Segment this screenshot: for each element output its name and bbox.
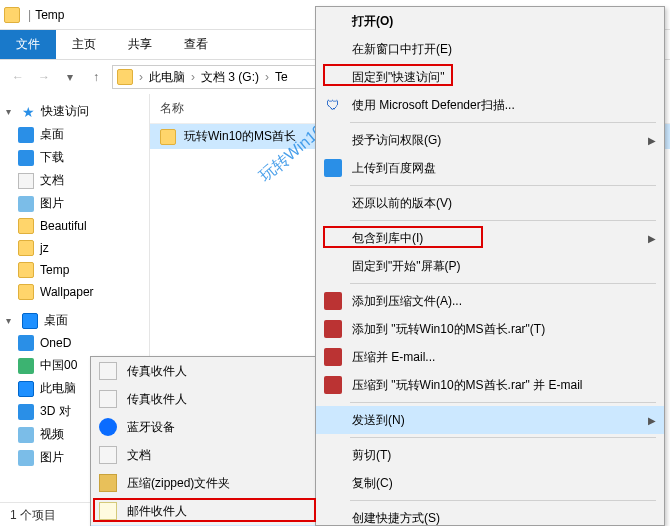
menu-separator xyxy=(350,185,656,186)
cloud-icon xyxy=(18,335,34,351)
folder-icon xyxy=(160,129,176,145)
video-icon xyxy=(18,427,34,443)
chevron-right-icon: › xyxy=(263,70,271,84)
document-icon xyxy=(18,173,34,189)
menu-compress-email[interactable]: 压缩并 E-mail... xyxy=(316,343,664,371)
sidebar-item-beautiful[interactable]: Beautiful xyxy=(0,215,149,237)
menu-send-to[interactable]: 发送到(N)▶ xyxy=(316,406,664,434)
nav-up-button[interactable]: ↑ xyxy=(86,67,106,87)
sendto-submenu: 传真收件人 传真收件人 蓝牙设备 文档 压缩(zipped)文件夹 邮件收件人 … xyxy=(90,356,320,526)
cube-icon xyxy=(18,404,34,420)
breadcrumb-root[interactable]: 此电脑 xyxy=(145,69,189,86)
pc-icon xyxy=(18,381,34,397)
menu-separator xyxy=(350,283,656,284)
folder-icon xyxy=(4,7,20,23)
picture-icon xyxy=(18,196,34,212)
sidebar-item-desktop[interactable]: 桌面 xyxy=(0,123,149,146)
chevron-right-icon: ▶ xyxy=(648,233,656,244)
tab-view[interactable]: 查看 xyxy=(168,30,224,59)
picture-icon xyxy=(18,450,34,466)
rar-icon xyxy=(324,320,342,338)
menu-upload-baidu[interactable]: 上传到百度网盘 xyxy=(316,154,664,182)
window-title: Temp xyxy=(35,8,64,22)
sidebar-item-downloads[interactable]: 下载 xyxy=(0,146,149,169)
menu-create-shortcut[interactable]: 创建快捷方式(S) xyxy=(316,504,664,526)
menu-separator xyxy=(350,122,656,123)
menu-compress-named-email[interactable]: 压缩到 "玩转Win10的MS酋长.rar" 并 E-mail xyxy=(316,371,664,399)
menu-grant-access[interactable]: 授予访问权限(G)▶ xyxy=(316,126,664,154)
chevron-right-icon: › xyxy=(137,70,145,84)
folder-icon xyxy=(117,69,133,85)
menu-fax-recipient[interactable]: 传真收件人 xyxy=(91,357,319,385)
sidebar-desktop-header[interactable]: ▾ 桌面 xyxy=(0,309,149,332)
nav-forward-button[interactable]: → xyxy=(34,67,54,87)
menu-add-archive[interactable]: 添加到压缩文件(A)... xyxy=(316,287,664,315)
chevron-right-icon: ▶ xyxy=(648,415,656,426)
menu-separator xyxy=(350,402,656,403)
breadcrumb-drive[interactable]: 文档 3 (G:) xyxy=(197,69,263,86)
nav-back-button[interactable]: ← xyxy=(8,67,28,87)
desktop-icon xyxy=(18,127,34,143)
sidebar-item-label: 快速访问 xyxy=(41,103,89,120)
sidebar-item-wallpaper[interactable]: Wallpaper xyxy=(0,281,149,303)
star-icon: ★ xyxy=(22,104,35,120)
sidebar-item-temp[interactable]: Temp xyxy=(0,259,149,281)
folder-icon xyxy=(18,240,34,256)
menu-pin-start[interactable]: 固定到"开始"屏幕(P) xyxy=(316,252,664,280)
rar-icon xyxy=(324,292,342,310)
sidebar-item-documents[interactable]: 文档 xyxy=(0,169,149,192)
monitor-icon xyxy=(22,313,38,329)
bluetooth-icon xyxy=(99,418,117,436)
menu-fax-recipient[interactable]: 传真收件人 xyxy=(91,385,319,413)
sidebar-item-onedrive[interactable]: OneD xyxy=(0,332,149,354)
menu-separator xyxy=(350,500,656,501)
context-menu: 打开(O) 在新窗口中打开(E) 固定到"快速访问" 🛡使用 Microsoft… xyxy=(315,6,665,526)
tab-file[interactable]: 文件 xyxy=(0,30,56,59)
caret-down-icon: ▾ xyxy=(6,106,16,117)
download-icon xyxy=(18,150,34,166)
user-icon xyxy=(18,358,34,374)
menu-restore-previous[interactable]: 还原以前的版本(V) xyxy=(316,189,664,217)
menu-mail-recipient[interactable]: 邮件收件人 xyxy=(91,497,319,525)
menu-copy[interactable]: 复制(C) xyxy=(316,469,664,497)
fax-icon xyxy=(99,362,117,380)
menu-compressed-folder[interactable]: 压缩(zipped)文件夹 xyxy=(91,469,319,497)
menu-separator xyxy=(350,220,656,221)
titlebar-separator: | xyxy=(28,8,31,22)
mail-icon xyxy=(99,502,117,520)
menu-defender-scan[interactable]: 🛡使用 Microsoft Defender扫描... xyxy=(316,91,664,119)
tab-share[interactable]: 共享 xyxy=(112,30,168,59)
status-text: 1 个项目 xyxy=(10,508,56,522)
baidu-icon xyxy=(324,159,342,177)
menu-add-named-archive[interactable]: 添加到 "玩转Win10的MS酋长.rar"(T) xyxy=(316,315,664,343)
menu-open-new-window[interactable]: 在新窗口中打开(E) xyxy=(316,35,664,63)
menu-separator xyxy=(350,437,656,438)
rar-icon xyxy=(324,348,342,366)
rar-icon xyxy=(324,376,342,394)
sidebar-item-pictures[interactable]: 图片 xyxy=(0,192,149,215)
breadcrumb-folder[interactable]: Te xyxy=(271,70,292,84)
fax-icon xyxy=(99,390,117,408)
document-icon xyxy=(99,446,117,464)
caret-down-icon: ▾ xyxy=(6,315,16,326)
sidebar-item-jz[interactable]: jz xyxy=(0,237,149,259)
menu-bluetooth[interactable]: 蓝牙设备 xyxy=(91,413,319,441)
menu-pin-quick-access[interactable]: 固定到"快速访问" xyxy=(316,63,664,91)
menu-cut[interactable]: 剪切(T) xyxy=(316,441,664,469)
shield-icon: 🛡 xyxy=(324,96,342,114)
menu-include-library[interactable]: 包含到库中(I)▶ xyxy=(316,224,664,252)
nav-dropdown-button[interactable]: ▾ xyxy=(60,67,80,87)
chevron-right-icon: ▶ xyxy=(648,135,656,146)
folder-icon xyxy=(18,218,34,234)
folder-icon xyxy=(18,284,34,300)
menu-open[interactable]: 打开(O) xyxy=(316,7,664,35)
chevron-right-icon: › xyxy=(189,70,197,84)
sidebar-quick-access[interactable]: ▾ ★ 快速访问 xyxy=(0,100,149,123)
file-name: 玩转Win10的MS酋长 xyxy=(184,128,296,145)
zip-icon xyxy=(99,474,117,492)
folder-icon xyxy=(18,262,34,278)
menu-documents[interactable]: 文档 xyxy=(91,441,319,469)
tab-home[interactable]: 主页 xyxy=(56,30,112,59)
